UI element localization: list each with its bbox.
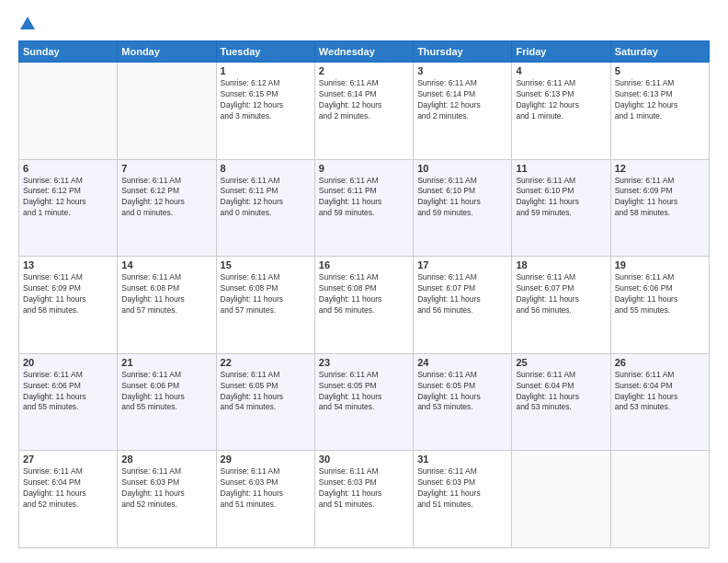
- day-number: 3: [417, 65, 507, 76]
- cell-content: Sunrise: 6:11 AM Sunset: 6:08 PM Dayligh…: [319, 272, 409, 316]
- cell-content: Sunrise: 6:11 AM Sunset: 6:10 PM Dayligh…: [417, 176, 507, 220]
- calendar-cell: 6Sunrise: 6:11 AM Sunset: 6:12 PM Daylig…: [19, 159, 118, 257]
- calendar-cell: 14Sunrise: 6:11 AM Sunset: 6:08 PM Dayli…: [118, 257, 216, 354]
- day-number: 6: [23, 163, 113, 174]
- calendar-week-row: 20Sunrise: 6:11 AM Sunset: 6:06 PM Dayli…: [19, 353, 710, 451]
- calendar-week-row: 1Sunrise: 6:12 AM Sunset: 6:15 PM Daylig…: [19, 63, 710, 160]
- calendar-cell: 22Sunrise: 6:11 AM Sunset: 6:05 PM Dayli…: [216, 353, 314, 451]
- calendar-cell: [118, 63, 216, 160]
- cell-content: Sunrise: 6:11 AM Sunset: 6:04 PM Dayligh…: [516, 370, 606, 414]
- calendar-cell: 5Sunrise: 6:11 AM Sunset: 6:13 PM Daylig…: [610, 63, 709, 160]
- cell-content: Sunrise: 6:11 AM Sunset: 6:07 PM Dayligh…: [516, 272, 606, 316]
- calendar-day-header: Monday: [118, 41, 216, 63]
- day-number: 8: [221, 163, 311, 174]
- calendar-cell: 21Sunrise: 6:11 AM Sunset: 6:06 PM Dayli…: [118, 353, 216, 451]
- calendar-table: SundayMondayTuesdayWednesdayThursdayFrid…: [18, 40, 710, 548]
- calendar-cell: 12Sunrise: 6:11 AM Sunset: 6:09 PM Dayli…: [610, 159, 709, 257]
- day-number: 16: [319, 259, 409, 270]
- day-number: 23: [319, 357, 409, 368]
- calendar-day-header: Sunday: [19, 41, 118, 63]
- day-number: 10: [417, 163, 507, 174]
- day-number: 19: [615, 259, 705, 270]
- cell-content: Sunrise: 6:11 AM Sunset: 6:11 PM Dayligh…: [221, 176, 311, 220]
- cell-content: Sunrise: 6:12 AM Sunset: 6:15 PM Dayligh…: [221, 78, 311, 122]
- header: [18, 15, 710, 31]
- cell-content: Sunrise: 6:11 AM Sunset: 6:09 PM Dayligh…: [23, 272, 113, 316]
- calendar-cell: [610, 451, 709, 548]
- calendar-header-row: SundayMondayTuesdayWednesdayThursdayFrid…: [19, 41, 710, 63]
- cell-content: Sunrise: 6:11 AM Sunset: 6:12 PM Dayligh…: [121, 176, 211, 220]
- cell-content: Sunrise: 6:11 AM Sunset: 6:04 PM Dayligh…: [615, 370, 705, 414]
- day-number: 24: [417, 357, 507, 368]
- logo: [18, 15, 37, 31]
- calendar-day-header: Friday: [512, 41, 610, 63]
- calendar-cell: 9Sunrise: 6:11 AM Sunset: 6:11 PM Daylig…: [314, 159, 413, 257]
- calendar-day-header: Wednesday: [314, 41, 413, 63]
- calendar-cell: 25Sunrise: 6:11 AM Sunset: 6:04 PM Dayli…: [512, 353, 610, 451]
- day-number: 20: [23, 357, 113, 368]
- calendar-cell: 16Sunrise: 6:11 AM Sunset: 6:08 PM Dayli…: [314, 257, 413, 354]
- calendar-cell: 20Sunrise: 6:11 AM Sunset: 6:06 PM Dayli…: [19, 353, 118, 451]
- calendar-cell: 7Sunrise: 6:11 AM Sunset: 6:12 PM Daylig…: [118, 159, 216, 257]
- cell-content: Sunrise: 6:11 AM Sunset: 6:03 PM Dayligh…: [121, 466, 211, 511]
- calendar-cell: 2Sunrise: 6:11 AM Sunset: 6:14 PM Daylig…: [314, 63, 413, 160]
- day-number: 5: [615, 65, 705, 76]
- day-number: 4: [516, 65, 606, 76]
- day-number: 9: [319, 163, 409, 174]
- calendar-cell: 17Sunrise: 6:11 AM Sunset: 6:07 PM Dayli…: [414, 257, 512, 354]
- day-number: 17: [417, 259, 507, 270]
- svg-marker-0: [20, 17, 35, 29]
- calendar-week-row: 6Sunrise: 6:11 AM Sunset: 6:12 PM Daylig…: [19, 159, 710, 257]
- calendar-cell: 8Sunrise: 6:11 AM Sunset: 6:11 PM Daylig…: [216, 159, 314, 257]
- logo-triangle-icon: [19, 15, 36, 31]
- day-number: 27: [23, 454, 113, 465]
- day-number: 1: [221, 65, 311, 76]
- cell-content: Sunrise: 6:11 AM Sunset: 6:05 PM Dayligh…: [417, 370, 507, 414]
- day-number: 31: [417, 454, 507, 465]
- calendar-cell: 4Sunrise: 6:11 AM Sunset: 6:13 PM Daylig…: [512, 63, 610, 160]
- calendar-cell: [512, 451, 610, 548]
- day-number: 7: [121, 163, 211, 174]
- calendar-cell: 29Sunrise: 6:11 AM Sunset: 6:03 PM Dayli…: [216, 451, 314, 548]
- cell-content: Sunrise: 6:11 AM Sunset: 6:09 PM Dayligh…: [615, 176, 705, 220]
- calendar-cell: [19, 63, 118, 160]
- calendar-cell: 19Sunrise: 6:11 AM Sunset: 6:06 PM Dayli…: [610, 257, 709, 354]
- day-number: 11: [516, 163, 606, 174]
- day-number: 15: [221, 259, 311, 270]
- day-number: 21: [121, 357, 211, 368]
- day-number: 12: [615, 163, 705, 174]
- cell-content: Sunrise: 6:11 AM Sunset: 6:08 PM Dayligh…: [221, 272, 311, 316]
- page: SundayMondayTuesdayWednesdayThursdayFrid…: [0, 0, 728, 563]
- day-number: 2: [319, 65, 409, 76]
- day-number: 30: [319, 454, 409, 465]
- calendar-cell: 24Sunrise: 6:11 AM Sunset: 6:05 PM Dayli…: [414, 353, 512, 451]
- calendar-cell: 1Sunrise: 6:12 AM Sunset: 6:15 PM Daylig…: [216, 63, 314, 160]
- calendar-cell: 31Sunrise: 6:11 AM Sunset: 6:03 PM Dayli…: [414, 451, 512, 548]
- cell-content: Sunrise: 6:11 AM Sunset: 6:14 PM Dayligh…: [319, 78, 409, 122]
- cell-content: Sunrise: 6:11 AM Sunset: 6:08 PM Dayligh…: [121, 272, 211, 316]
- calendar-cell: 11Sunrise: 6:11 AM Sunset: 6:10 PM Dayli…: [512, 159, 610, 257]
- calendar-cell: 27Sunrise: 6:11 AM Sunset: 6:04 PM Dayli…: [19, 451, 118, 548]
- calendar-day-header: Saturday: [610, 41, 709, 63]
- day-number: 14: [121, 259, 211, 270]
- calendar-day-header: Tuesday: [216, 41, 314, 63]
- cell-content: Sunrise: 6:11 AM Sunset: 6:03 PM Dayligh…: [319, 466, 409, 511]
- day-number: 28: [121, 454, 211, 465]
- calendar-cell: 3Sunrise: 6:11 AM Sunset: 6:14 PM Daylig…: [414, 63, 512, 160]
- cell-content: Sunrise: 6:11 AM Sunset: 6:06 PM Dayligh…: [615, 272, 705, 316]
- calendar-cell: 10Sunrise: 6:11 AM Sunset: 6:10 PM Dayli…: [414, 159, 512, 257]
- calendar-week-row: 27Sunrise: 6:11 AM Sunset: 6:04 PM Dayli…: [19, 451, 710, 548]
- cell-content: Sunrise: 6:11 AM Sunset: 6:05 PM Dayligh…: [319, 370, 409, 414]
- cell-content: Sunrise: 6:11 AM Sunset: 6:05 PM Dayligh…: [221, 370, 311, 414]
- calendar-day-header: Thursday: [414, 41, 512, 63]
- calendar-cell: 28Sunrise: 6:11 AM Sunset: 6:03 PM Dayli…: [118, 451, 216, 548]
- cell-content: Sunrise: 6:11 AM Sunset: 6:03 PM Dayligh…: [417, 466, 507, 511]
- cell-content: Sunrise: 6:11 AM Sunset: 6:04 PM Dayligh…: [23, 466, 113, 511]
- cell-content: Sunrise: 6:11 AM Sunset: 6:13 PM Dayligh…: [615, 78, 705, 122]
- calendar-cell: 23Sunrise: 6:11 AM Sunset: 6:05 PM Dayli…: [314, 353, 413, 451]
- cell-content: Sunrise: 6:11 AM Sunset: 6:06 PM Dayligh…: [23, 370, 113, 414]
- calendar-cell: 15Sunrise: 6:11 AM Sunset: 6:08 PM Dayli…: [216, 257, 314, 354]
- cell-content: Sunrise: 6:11 AM Sunset: 6:13 PM Dayligh…: [516, 78, 606, 122]
- calendar-cell: 13Sunrise: 6:11 AM Sunset: 6:09 PM Dayli…: [19, 257, 118, 354]
- day-number: 22: [221, 357, 311, 368]
